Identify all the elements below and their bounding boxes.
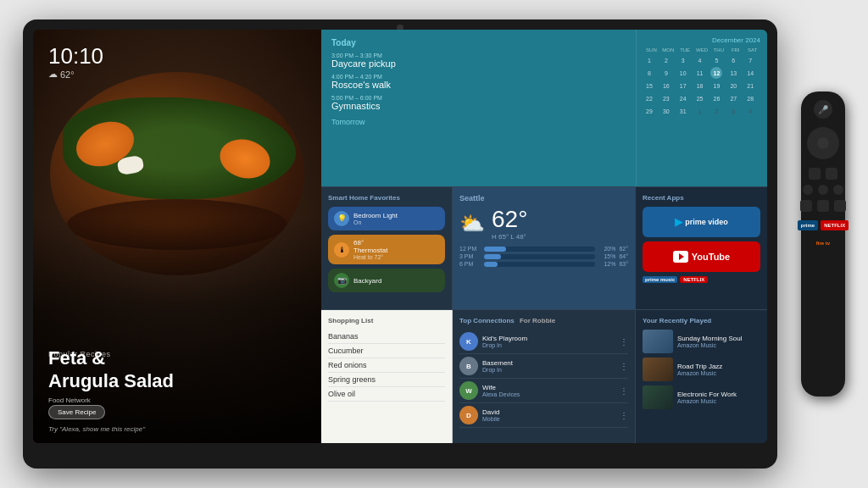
connection-4-more[interactable]: ⋮ — [620, 411, 628, 420]
recent-apps-title: Recent Apps — [643, 194, 760, 202]
connection-3[interactable]: W Wife Alexa Devices ⋮ — [459, 379, 628, 403]
bedroom-light-item[interactable]: 💡 Bedroom Light On — [328, 207, 445, 230]
cal-header-fri: FRI — [727, 47, 743, 53]
played-name-1: Sunday Morning Soul — [677, 335, 760, 342]
forecast-temp-3: 63° — [619, 261, 628, 267]
connection-3-name: Wife — [482, 384, 615, 391]
recently-played-panel: Your Recently Played Sunday Morning Soul… — [636, 310, 767, 443]
cal-day-6: 6 — [727, 54, 739, 66]
dpad-center[interactable] — [817, 137, 829, 149]
connection-4-name: David — [482, 408, 615, 416]
played-item-2[interactable]: Road Trip Jazz Amazon Music — [643, 358, 760, 381]
thermostat-status: Heat to 72° — [353, 254, 387, 260]
camera-icon: 📷 — [334, 273, 349, 288]
back-button[interactable] — [826, 168, 837, 180]
event-1-time: 3:00 PM – 3:30 PM — [331, 53, 626, 58]
calendar-month: December 2024 — [643, 36, 760, 44]
cal-day-19: 19 — [710, 80, 722, 92]
forecast-time-3: 6 PM — [459, 261, 481, 267]
streaming-badges-row: prime music NETFLIX — [643, 276, 760, 283]
shopping-item-2[interactable]: Cucumber — [328, 344, 445, 358]
home-button[interactable] — [809, 168, 821, 180]
thermostat-item[interactable]: 🌡 68° Thermostat Heat to 72° — [328, 235, 445, 264]
played-thumb-1 — [643, 330, 673, 353]
cal-day-16: 16 — [660, 80, 672, 92]
event-2-time: 4:00 PM – 4:20 PM — [331, 74, 626, 80]
shopping-list-title: Shopping List — [328, 317, 445, 324]
volume-up-button[interactable] — [803, 185, 813, 195]
youtube-app[interactable]: YouTube — [643, 241, 760, 272]
shopping-item-3[interactable]: Red onions — [328, 358, 445, 373]
microphone-button[interactable]: 🎤 — [814, 100, 832, 119]
middle-section: Smart Home Favorites 💡 Bedroom Light On … — [321, 186, 767, 309]
forecast-pct-2: 15% — [598, 253, 615, 259]
calendar-grid: December 2024 SUN MON TUE WED THU FRI SA… — [636, 30, 767, 186]
played-source-3: Amazon Music — [677, 398, 760, 404]
smart-home-panel: Smart Home Favorites 💡 Bedroom Light On … — [321, 186, 453, 309]
connection-3-more[interactable]: ⋮ — [620, 386, 628, 396]
event-3: 5:00 PM – 6:00 PM Gymnastics — [331, 95, 626, 111]
remote-prime-badge[interactable]: prime — [798, 220, 818, 230]
volume-down-button[interactable] — [833, 185, 843, 195]
played-item-3[interactable]: Electronic For Work Amazon Music — [643, 385, 760, 409]
connection-2-avatar: B — [459, 357, 478, 375]
cal-day-10: 10 — [677, 67, 689, 79]
connection-4-sub: Mobile — [482, 416, 615, 422]
dpad[interactable] — [807, 127, 839, 159]
mute-button[interactable] — [818, 185, 828, 195]
connections-subtitle: For Robbie — [520, 317, 555, 324]
connection-1-more[interactable]: ⋮ — [620, 337, 628, 347]
cal-day-21: 21 — [744, 80, 756, 92]
cal-header-wed: WED — [694, 47, 710, 53]
clock: 10:10 — [48, 45, 103, 67]
light-icon: 💡 — [334, 211, 349, 226]
shopping-item-5[interactable]: Olive oil — [328, 387, 445, 402]
cal-day-12: 12 — [710, 67, 722, 79]
forecast-bar-2 — [484, 254, 501, 259]
rewind-button[interactable] — [800, 200, 812, 212]
cal-header-tue: TUE — [677, 47, 693, 53]
prime-logo-icon: ▶ — [675, 216, 682, 228]
cal-day-28: 28 — [744, 92, 756, 104]
play-pause-button[interactable] — [817, 200, 829, 212]
forecast-row-3: 6 PM 12% 63° — [459, 261, 628, 267]
cal-day-30: 30 — [660, 105, 672, 117]
recently-played-title: Your Recently Played — [643, 317, 760, 324]
remote-netflix-badge[interactable]: NETFLIX — [821, 220, 849, 230]
shopping-item-1[interactable]: Bananas — [328, 330, 445, 344]
left-panel: 10:10 ☁ 62° Popular Recipes Feta &Arugul… — [33, 30, 321, 443]
bottom-section: Shopping List Bananas Cucumber Red onion… — [321, 309, 767, 443]
cal-day-23: 23 — [660, 92, 672, 104]
fire-tv-label: fire tv — [816, 241, 830, 246]
prime-video-app[interactable]: ▶ prime video — [643, 207, 760, 237]
save-recipe-button[interactable]: Save Recipe — [48, 405, 105, 419]
shopping-item-4[interactable]: Spring greens — [328, 373, 445, 387]
remote-row-2 — [803, 185, 843, 195]
youtube-text: YouTube — [692, 252, 730, 262]
played-item-1[interactable]: Sunday Morning Soul Amazon Music — [643, 330, 760, 353]
cal-next-1: 1 — [694, 105, 706, 117]
cal-day-25: 25 — [694, 92, 706, 104]
cal-header-sun: SUN — [643, 47, 659, 53]
cal-day-22: 22 — [643, 92, 655, 104]
youtube-label: YouTube — [673, 251, 730, 263]
connections-label: Top Connections — [459, 317, 515, 324]
event-1-name: Daycare pickup — [331, 58, 626, 69]
connection-2-name: Basement — [482, 359, 615, 367]
temperature: 62° — [60, 69, 75, 80]
calendar-body: 1234567891011121314151617181920212223242… — [643, 54, 760, 117]
connection-2-more[interactable]: ⋮ — [620, 362, 628, 371]
event-3-time: 5:00 PM – 6:00 PM — [331, 95, 626, 101]
cal-day-2: 2 — [660, 54, 672, 66]
recipe-background: 10:10 ☁ 62° Popular Recipes Feta &Arugul… — [33, 30, 321, 443]
connection-2[interactable]: B Basement Drop In ⋮ — [459, 354, 628, 379]
recent-apps-panel: Recent Apps ▶ prime video — [636, 186, 767, 309]
backyard-item[interactable]: 📷 Backyard — [328, 269, 445, 292]
time-display: 10:10 ☁ 62° — [48, 45, 103, 80]
connection-4[interactable]: D David Mobile ⋮ — [459, 403, 628, 428]
connections-title: Top Connections For Robbie — [459, 317, 628, 324]
forecast-bar-container-2 — [484, 254, 595, 259]
connection-1[interactable]: K Kid's Playroom Drop In ⋮ — [459, 330, 628, 354]
fast-forward-button[interactable] — [834, 200, 846, 212]
prime-music-badge: prime music — [643, 276, 677, 283]
